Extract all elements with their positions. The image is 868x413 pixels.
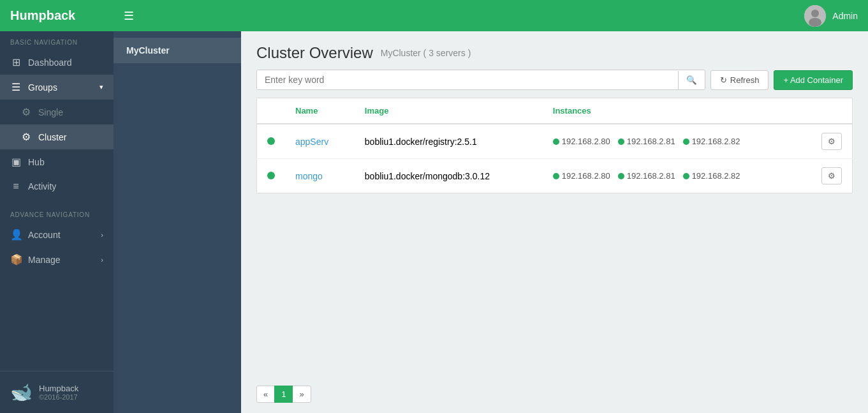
hamburger-icon[interactable]: ☰	[124, 9, 134, 23]
cluster-icon: ⚙	[20, 131, 32, 143]
row1-status-cell	[257, 124, 286, 159]
search-button[interactable]: 🔍	[678, 71, 705, 89]
sidebar-item-cluster[interactable]: ⚙ Cluster	[0, 124, 114, 149]
instance-ip: 192.168.2.81	[627, 171, 675, 181]
pagination-current[interactable]: 1	[274, 386, 293, 403]
single-icon: ⚙	[20, 106, 32, 118]
activity-icon: ≡	[10, 181, 22, 192]
row2-image-cell: bobliu1.docker/mongodb:3.0.12	[355, 159, 543, 193]
chevron-down-icon: ▾	[99, 83, 103, 91]
app-title: Humpback	[10, 8, 124, 23]
table-row: mongo bobliu1.docker/mongodb:3.0.12 192.…	[257, 159, 853, 193]
refresh-button[interactable]: ↻ Refresh	[710, 70, 769, 90]
row2-status-cell	[257, 159, 286, 193]
pagination-prev[interactable]: «	[256, 386, 275, 403]
sidebar-item-label: Account	[28, 230, 61, 240]
instance-dot	[683, 139, 689, 145]
row1-action-button[interactable]: ⚙	[821, 133, 842, 150]
sidebar-item-dashboard[interactable]: ⊞ Dashboard	[0, 50, 114, 75]
footer-name: Humpback	[39, 384, 78, 393]
table-container: Name Image Instances appServ	[241, 98, 868, 375]
sidebar-item-single[interactable]: ⚙ Single	[0, 100, 114, 124]
sub-sidebar-item-mycluster[interactable]: MyCluster	[114, 38, 241, 63]
sidebar-item-account[interactable]: 👤 Account ›	[0, 222, 114, 247]
sidebar-item-label: Single	[38, 107, 63, 117]
page-title: Cluster Overview	[256, 44, 373, 62]
sidebar-item-label: Cluster	[38, 132, 66, 142]
instance-item: 192.168.2.82	[683, 137, 740, 146]
sidebar-item-groups[interactable]: ☰ Groups ▾	[0, 75, 114, 100]
instance-dot	[618, 139, 624, 145]
footer-text: Humpback ©2016-2017	[39, 384, 78, 401]
sidebar-footer: 🐋 Humpback ©2016-2017	[0, 371, 114, 413]
instance-item: 192.168.2.82	[683, 171, 740, 181]
instance-ip: 192.168.2.80	[562, 171, 610, 181]
status-dot	[267, 172, 275, 179]
containers-table: Name Image Instances appServ	[256, 98, 853, 193]
refresh-icon: ↻	[720, 75, 727, 85]
groups-icon: ☰	[10, 81, 22, 93]
instance-dot	[618, 173, 624, 179]
col-name: Name	[285, 98, 355, 124]
search-input[interactable]	[257, 70, 678, 89]
admin-label: Admin	[832, 11, 858, 21]
basic-nav-label: BASIC NAVIGATION	[0, 31, 114, 50]
table-row: appServ bobliu1.docker/registry:2.5.1 19…	[257, 124, 853, 159]
row2-actions-cell: ⚙	[811, 159, 853, 193]
top-navbar: Humpback ☰ Admin	[0, 0, 868, 31]
instance-item: 192.168.2.81	[618, 171, 675, 181]
instance-item: 192.168.2.80	[553, 171, 610, 181]
instance-item: 192.168.2.81	[618, 137, 675, 146]
status-dot	[267, 137, 275, 145]
cluster-subtitle: MyCluster ( 3 servers )	[381, 48, 471, 58]
row2-name-link[interactable]: mongo	[295, 171, 323, 181]
col-image: Image	[355, 98, 543, 124]
main-layout: BASIC NAVIGATION ⊞ Dashboard ☰ Groups ▾ …	[0, 31, 868, 413]
sidebar: BASIC NAVIGATION ⊞ Dashboard ☰ Groups ▾ …	[0, 31, 114, 413]
advance-nav-label: ADVANCE NAVIGATION	[0, 204, 114, 222]
row1-actions-cell: ⚙	[811, 124, 853, 159]
instance-dot	[553, 173, 559, 179]
svg-point-1	[811, 10, 819, 17]
instance-ip: 192.168.2.81	[627, 137, 675, 146]
instance-list: 192.168.2.80 192.168.2.81 192.168.2.82	[553, 171, 801, 181]
sidebar-item-hub[interactable]: ▣ Hub	[0, 149, 114, 174]
pagination-next[interactable]: »	[292, 386, 311, 403]
search-box: 🔍	[256, 70, 705, 90]
row2-action-button[interactable]: ⚙	[821, 167, 842, 184]
col-actions	[811, 98, 853, 124]
dashboard-icon: ⊞	[10, 56, 22, 68]
user-area: Admin	[804, 5, 858, 27]
sidebar-item-activity[interactable]: ≡ Activity	[0, 174, 114, 199]
sidebar-item-label: Activity	[28, 181, 56, 191]
refresh-label: Refresh	[730, 75, 760, 85]
content-header: Cluster Overview MyCluster ( 3 servers )	[241, 31, 868, 70]
sidebar-item-label: Manage	[28, 255, 61, 265]
instance-ip: 192.168.2.82	[692, 137, 740, 146]
row2-name-cell: mongo	[285, 159, 355, 193]
avatar	[804, 5, 826, 27]
instance-ip: 192.168.2.80	[562, 137, 610, 146]
main-content: Cluster Overview MyCluster ( 3 servers )…	[241, 31, 868, 413]
sidebar-item-label: Dashboard	[28, 57, 72, 68]
add-container-label: + Add Container	[783, 75, 843, 85]
instance-ip: 192.168.2.82	[692, 171, 740, 181]
instance-item: 192.168.2.80	[553, 137, 610, 146]
svg-point-2	[809, 18, 821, 27]
row1-image-cell: bobliu1.docker/registry:2.5.1	[355, 124, 543, 159]
sub-sidebar: MyCluster	[114, 31, 241, 413]
row2-instances-cell: 192.168.2.80 192.168.2.81 192.168.2.82	[543, 159, 811, 193]
sidebar-item-label: Groups	[28, 82, 57, 93]
instance-dot	[553, 139, 559, 145]
toolbar: 🔍 ↻ Refresh + Add Container	[241, 70, 868, 98]
instance-list: 192.168.2.80 192.168.2.81 192.168.2.82	[553, 137, 801, 146]
col-status	[257, 98, 286, 124]
footer-copy: ©2016-2017	[39, 393, 78, 401]
instance-dot	[683, 173, 689, 179]
add-container-button[interactable]: + Add Container	[774, 70, 853, 90]
sidebar-item-label: Hub	[28, 157, 45, 167]
row1-name-link[interactable]: appServ	[295, 137, 328, 147]
sidebar-item-manage[interactable]: 📦 Manage ›	[0, 247, 114, 272]
row1-instances-cell: 192.168.2.80 192.168.2.81 192.168.2.82	[543, 124, 811, 159]
footer-logo-icon: 🐋	[10, 382, 33, 403]
